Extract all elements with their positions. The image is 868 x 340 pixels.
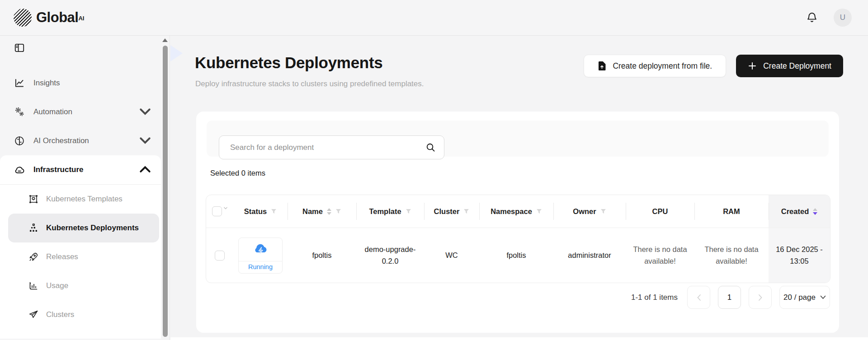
- app-window: GlobalAI U Insights: [0, 0, 868, 340]
- template-icon: [28, 194, 39, 205]
- sidebar-item-label: Infrastructure: [33, 165, 131, 174]
- select-all-checkbox[interactable]: [212, 206, 222, 216]
- create-deployment-button[interactable]: Create Deployment: [736, 55, 843, 77]
- header-cell-namespace[interactable]: Namespace: [479, 195, 553, 228]
- chevron-right-icon: [758, 294, 763, 301]
- row-cell-select: [206, 228, 233, 283]
- filter-bar: [207, 121, 829, 157]
- line-chart-icon: [14, 77, 25, 89]
- table-header-row: Status Name Template Cluster Name: [206, 195, 830, 228]
- sidebar-item-kubernetes-templates[interactable]: Kubernetes Templates: [0, 185, 161, 214]
- gears-icon: [14, 106, 25, 118]
- file-upload-icon: [598, 61, 606, 71]
- row-cell-ram: There is no data available!: [694, 228, 769, 283]
- cloud-lightning-icon: [253, 242, 268, 256]
- row-cell-cpu: There is no data available!: [626, 228, 694, 283]
- sidebar-item-infrastructure[interactable]: Infrastructure: [0, 155, 161, 184]
- sidebar-item-ai-orchestration[interactable]: AI Orchestration: [0, 126, 161, 155]
- chevron-down-icon: [820, 295, 826, 299]
- sort-control[interactable]: [327, 208, 331, 215]
- nodes-icon: [28, 223, 39, 233]
- create-deployment-from-file-button[interactable]: Create deployment from file.: [584, 55, 726, 77]
- button-label: Create deployment from file.: [613, 61, 712, 71]
- sidebar-item-insights[interactable]: Insights: [0, 69, 161, 98]
- status-badge[interactable]: Running: [238, 238, 283, 274]
- select-menu-chevron-icon[interactable]: [223, 206, 228, 210]
- sort-desc-icon[interactable]: [327, 212, 331, 215]
- pagination-summary: 1-1 of 1 items: [631, 293, 678, 302]
- filter-funnel-icon[interactable]: [463, 209, 469, 214]
- page-size-value: 20 / page: [783, 293, 816, 302]
- sidebar-scrollbar-thumb[interactable]: [163, 46, 168, 337]
- column-label: Owner: [573, 207, 596, 216]
- chevron-down-icon: [139, 137, 151, 144]
- logo-word: Global: [36, 9, 78, 25]
- pagination-next-button[interactable]: [749, 286, 772, 309]
- top-bar: GlobalAI U: [0, 0, 868, 36]
- header-cell-status[interactable]: Status: [233, 195, 288, 228]
- sidebar-item-label: Kubernetes Deployments: [46, 224, 139, 233]
- sidebar-toggle-icon[interactable]: [14, 42, 25, 54]
- button-label: Create Deployment: [763, 61, 831, 71]
- header-cell-cluster[interactable]: Cluster: [424, 195, 479, 228]
- row-cell-template: demo-upgrade-0.2.0: [356, 228, 424, 283]
- column-label: CPU: [652, 207, 668, 216]
- search-icon[interactable]: [425, 142, 436, 153]
- drawer-handle-arrow-icon: [170, 45, 183, 61]
- notifications-bell-icon[interactable]: [806, 11, 818, 24]
- logo-text: GlobalAI: [36, 8, 84, 28]
- horizontal-scrollbar[interactable]: [170, 337, 868, 340]
- sidebar-item-label: Insights: [33, 79, 151, 88]
- sidebar-item-label: Automation: [33, 107, 131, 116]
- page-size-select[interactable]: 20 / page: [779, 286, 830, 309]
- sidebar-item-label: AI Orchestration: [33, 136, 131, 145]
- sort-asc-icon[interactable]: [813, 208, 817, 211]
- sidebar: Insights Automation AI Orchestration: [0, 36, 170, 340]
- sidebar-item-clusters[interactable]: Clusters: [0, 300, 161, 329]
- sidebar-item-label: Kubernetes Templates: [46, 195, 123, 204]
- row-checkbox[interactable]: [215, 251, 225, 261]
- sidebar-scrollbar-up-arrow[interactable]: [162, 38, 168, 42]
- status-label: Running: [239, 261, 282, 273]
- logo-hatched-circle-icon: [14, 9, 32, 27]
- column-label: Namespace: [491, 207, 532, 216]
- sort-asc-icon[interactable]: [327, 208, 331, 211]
- user-avatar[interactable]: U: [834, 9, 852, 27]
- filter-funnel-icon[interactable]: [600, 209, 606, 214]
- sort-desc-icon-active[interactable]: [813, 212, 817, 215]
- filter-funnel-icon[interactable]: [335, 209, 341, 214]
- sort-control[interactable]: [813, 208, 817, 215]
- pagination-prev-button[interactable]: [687, 286, 710, 309]
- sidebar-item-usage[interactable]: Usage: [0, 271, 161, 300]
- sidebar-item-label: Releases: [46, 252, 78, 261]
- row-cell-owner: administrator: [553, 228, 626, 283]
- header-cell-template[interactable]: Template: [356, 195, 424, 228]
- row-cell-status: Running: [233, 228, 288, 283]
- sidebar-item-kubernetes-deployments[interactable]: Kubernetes Deployments: [8, 214, 159, 242]
- header-cell-cpu: CPU: [626, 195, 694, 228]
- column-label: RAM: [723, 207, 740, 216]
- deployments-table: Status Name Template Cluster Name: [206, 195, 830, 283]
- sidebar-item-automation[interactable]: Automation: [0, 98, 161, 126]
- header-cell-created[interactable]: Created: [769, 195, 830, 228]
- row-cell-cluster: WC: [424, 228, 479, 283]
- header-cell-owner[interactable]: Owner: [553, 195, 626, 228]
- filter-funnel-icon[interactable]: [536, 209, 542, 214]
- row-cell-namespace: fpoltis: [479, 228, 553, 283]
- filter-funnel-icon[interactable]: [406, 209, 411, 214]
- search-box[interactable]: [219, 135, 444, 159]
- filter-funnel-icon[interactable]: [271, 209, 277, 214]
- sidebar-item-releases[interactable]: Releases: [0, 242, 161, 271]
- column-label: Template: [369, 207, 401, 216]
- pagination-page-1-button[interactable]: 1: [718, 286, 741, 309]
- chevron-down-icon: [139, 108, 151, 116]
- table-row[interactable]: Running fpoltis demo-upgrade-0.2.0 WC fp…: [206, 228, 830, 283]
- header-cell-select: [206, 195, 233, 228]
- page-title: Kubernetes Deployments: [195, 54, 382, 72]
- cloud-icon: [14, 164, 25, 176]
- search-input[interactable]: [230, 143, 425, 152]
- page-subtitle: Deploy infrastructure stacks to clusters…: [195, 79, 424, 88]
- selected-count-text: Selected 0 items: [210, 169, 265, 177]
- sidebar-item-label: Clusters: [46, 310, 74, 319]
- header-cell-name[interactable]: Name: [288, 195, 356, 228]
